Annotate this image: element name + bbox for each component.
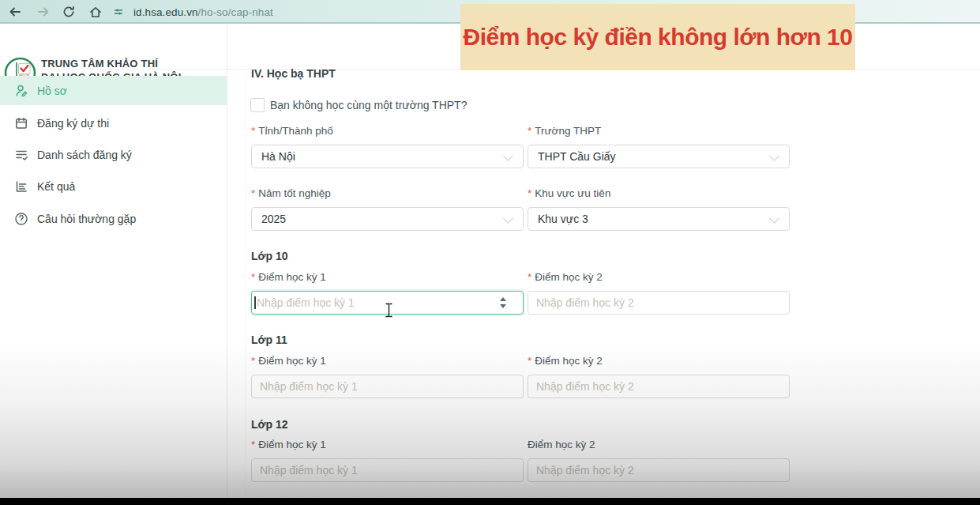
required-mark: *: [528, 125, 531, 137]
graduation-year-label: *Năm tốt nghiệp: [251, 187, 331, 199]
grade10-sem1-label: *Điểm học kỳ 1: [251, 271, 326, 283]
graduation-year-select[interactable]: 2025: [251, 207, 524, 231]
province-label: *Tỉnh/Thành phố: [251, 125, 333, 137]
grade11-sem2-input[interactable]: [528, 375, 790, 398]
section-title: IV. Học bạ THPT: [251, 67, 336, 80]
required-mark: *: [528, 355, 531, 367]
chevron-down-icon: [769, 151, 779, 161]
province-select[interactable]: Hà Nội: [251, 145, 524, 168]
sidebar-item-dang-ky-du-thi[interactable]: Đăng ký dự thi: [0, 111, 227, 136]
panel-divider: [245, 70, 246, 499]
required-mark: *: [251, 355, 255, 367]
grade11-sem2-label: *Điểm học kỳ 2: [528, 355, 603, 367]
address-bar[interactable]: id.hsa.edu.vn/ho-so/cap-nhat: [111, 2, 273, 22]
calendar-icon: [14, 116, 28, 130]
province-select-value: Hà Nội: [261, 150, 295, 163]
sidebar-item-danh-sach-dang-ky[interactable]: Danh sách đăng ký: [0, 142, 227, 168]
required-mark: *: [251, 125, 255, 137]
hint-banner: Điểm học kỳ điền không lớn hơn 10: [460, 4, 855, 70]
grade12-sem1-label: *Điểm học kỳ 1: [251, 439, 326, 450]
text-caret: [254, 296, 256, 309]
graduation-year-select-value: 2025: [261, 213, 286, 225]
priority-area-select-value: Khu vực 3: [538, 213, 588, 225]
sidebar-item-label: Đăng ký dự thi: [37, 117, 109, 130]
chevron-down-icon: [503, 151, 513, 161]
priority-area-label: *Khu vực ưu tiên: [528, 187, 610, 199]
user-edit-icon: [14, 84, 28, 98]
school-label: *Trường THPT: [528, 125, 601, 137]
chevron-down-icon: [503, 213, 513, 224]
grade12-sem1-input[interactable]: [251, 458, 524, 482]
required-mark: *: [251, 271, 255, 283]
forward-icon[interactable]: [36, 5, 51, 19]
required-mark: *: [251, 439, 255, 450]
org-line1: TRUNG TÂM KHẢO THÍ: [41, 58, 181, 71]
sidebar-item-cau-hoi-thuong-gap[interactable]: Câu hỏi thường gặp: [0, 205, 227, 232]
reload-icon[interactable]: [62, 5, 76, 19]
sidebar-item-label: Kết quả: [37, 180, 75, 193]
different-school-checkbox[interactable]: [250, 98, 265, 112]
grade12-sem2-label: Điểm học kỳ 2: [528, 439, 595, 450]
grade12-title: Lớp 12: [251, 418, 288, 431]
site-info-icon[interactable]: [111, 4, 126, 20]
required-mark: *: [528, 187, 531, 199]
school-select-value: THPT Cầu Giấy: [538, 150, 616, 163]
back-icon[interactable]: [8, 5, 22, 19]
sidebar-divider: [227, 24, 227, 499]
grade12-sem2-input[interactable]: [528, 458, 790, 482]
sidebar-item-ho-so[interactable]: Hồ sơ: [0, 76, 227, 105]
url-host: id.hsa.edu.vn: [133, 6, 198, 18]
different-school-checkbox-label: Bạn không học cùng một trường THPT?: [270, 99, 467, 111]
url-text: id.hsa.edu.vn/ho-so/cap-nhat: [133, 6, 273, 18]
question-circle-icon: [14, 212, 28, 226]
sidebar-item-label: Câu hỏi thường gặp: [37, 213, 136, 225]
sidebar-item-ket-qua[interactable]: Kết quả: [0, 174, 227, 199]
home-icon[interactable]: [88, 5, 103, 19]
stepper-up-icon[interactable]: [500, 297, 506, 301]
priority-area-select[interactable]: Khu vực 3: [528, 207, 790, 231]
screen: id.hsa.edu.vn/ho-so/cap-nhat VNU-CET TRU…: [0, 0, 980, 505]
chart-icon: [14, 179, 28, 194]
letterbox-bar: [0, 498, 980, 505]
grade10-title: Lớp 10: [251, 250, 288, 262]
required-mark: *: [251, 187, 255, 199]
grade10-sem2-label: *Điểm học kỳ 2: [528, 271, 603, 283]
grade11-title: Lớp 11: [251, 334, 287, 346]
url-path: /ho-so/cap-nhat: [198, 6, 273, 18]
grade10-sem2-input[interactable]: [528, 291, 790, 315]
sidebar-item-label: Hồ sơ: [37, 85, 67, 97]
stepper-down-icon[interactable]: [500, 304, 506, 308]
sidebar-item-label: Danh sách đăng ký: [37, 149, 132, 161]
required-mark: *: [528, 271, 531, 283]
hint-banner-text: Điểm học kỳ điền không lớn hơn 10: [464, 24, 853, 51]
list-check-icon: [14, 148, 28, 162]
school-select[interactable]: THPT Cầu Giấy: [528, 145, 790, 168]
grade11-sem1-input[interactable]: [251, 375, 524, 398]
ibeam-cursor-icon: [385, 303, 393, 318]
grade11-sem1-label: *Điểm học kỳ 1: [251, 355, 326, 367]
chevron-down-icon: [769, 213, 779, 224]
number-stepper[interactable]: [498, 293, 509, 312]
